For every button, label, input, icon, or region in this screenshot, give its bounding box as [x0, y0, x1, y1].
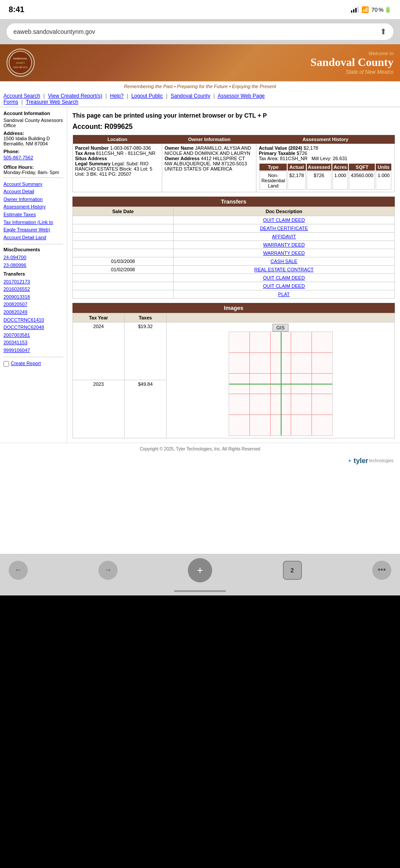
nav-assessor-web[interactable]: Assessor Web Page [218, 93, 265, 99]
taxes-2024: $19.32 [125, 322, 167, 380]
col-acres: Acres [332, 164, 348, 171]
state-name: State of New Mexico [311, 69, 393, 75]
col-units: Units [376, 164, 391, 171]
nav-forms[interactable]: Forms [3, 99, 18, 105]
gis-button[interactable]: GIS [272, 324, 289, 332]
transfer-doc-1[interactable]: DEATH CERTIFICATE [260, 226, 308, 231]
status-icons: 📶 70 % 🔋 [351, 6, 391, 13]
transfer-4[interactable]: 200820249 [3, 309, 63, 316]
new-tab-icon: + [197, 564, 203, 576]
table-row: 2024 $19.32 GIS [73, 322, 395, 380]
owner-cell: Owner Name JARAMILLO, ALYSIA AND NICOLE … [162, 144, 256, 192]
table-row: PLAT [73, 290, 395, 298]
link-assessment-history[interactable]: Assessment History [3, 203, 63, 211]
tyler-logo-area: ✦ tyler technologies [0, 455, 400, 467]
doc-desc-header: Doc Description [173, 207, 394, 216]
transfer-doc-7[interactable]: QUIT CLAIM DEED [263, 275, 305, 280]
transfer-doc-2[interactable]: AFFIDAVIT [272, 234, 296, 239]
transfer-1[interactable]: 2016026552 [3, 286, 63, 293]
tax-year-2023: 2023 [73, 380, 125, 438]
transfer-8[interactable]: 200341153 [3, 339, 63, 347]
location-cell: Parcel Number 1-003-067-080-336 Tax Area… [73, 144, 162, 192]
county-title-area: Welcome to Sandoval County State of New … [311, 51, 393, 75]
account-title: Account: R099625 [72, 123, 395, 131]
back-button[interactable]: ← [9, 561, 28, 580]
transfer-0[interactable]: 2017012173 [3, 278, 63, 286]
link-estimate-taxes[interactable]: Estimate Taxes [3, 211, 63, 219]
new-tab-button[interactable]: + [188, 558, 212, 582]
create-report-link[interactable]: Create Report [11, 360, 41, 368]
transfer-6[interactable]: DOCCTRNC62048 [3, 324, 63, 332]
sale-date-header: Sale Date [73, 207, 174, 216]
link-owner-info[interactable]: Owner Information [3, 196, 63, 204]
hours-value: Monday-Friday, 8am- 5pm [3, 170, 63, 175]
nav-treasurer-search[interactable]: Treasurer Web Search [26, 99, 79, 105]
nav-sandoval-county[interactable]: Sandoval County [170, 93, 210, 99]
url-bar[interactable]: eaweb.sandovalcountynm.gov ⬆ [7, 23, 393, 40]
row-assessed: $726 [307, 171, 331, 190]
tyler-tag: technologies [369, 458, 393, 463]
map-visualization [229, 332, 333, 436]
row-sqft: 43560.000 [349, 171, 375, 190]
row-type: Non-Residential Land [259, 171, 286, 190]
link-account-summary[interactable]: Account Summary [3, 181, 63, 188]
col-actual: Actual [288, 164, 306, 171]
nav-account-search[interactable]: Account Search [3, 93, 40, 99]
signal-icon [351, 7, 359, 13]
nav-help[interactable]: Help? [110, 93, 124, 99]
tagline-bar: Remembering the Past • Preparing for the… [0, 81, 400, 91]
transfer-9[interactable]: 9999106047 [3, 347, 63, 355]
address: 1500 Idalia Building D [3, 136, 63, 141]
phone-label: Phone: [3, 149, 63, 154]
link-account-detail-land[interactable]: Account Detail Land [3, 234, 63, 242]
row-actual: $2,178 [288, 171, 306, 190]
link-account-detail[interactable]: Account Detail [3, 188, 63, 196]
transfer-doc-6[interactable]: REAL ESTATE CONTRACT [254, 267, 314, 272]
assessment-cell: Actual Value (2024) $2,178 Primary Taxab… [256, 144, 395, 192]
table-row: AFFIDAVIT [73, 232, 395, 240]
tax-year-header: Tax Year [73, 313, 125, 322]
tabs-button[interactable]: 2 [283, 561, 302, 580]
create-report-checkbox[interactable] [3, 361, 9, 367]
tax-area-label: Tax Area [75, 151, 95, 156]
transfers-section-header: Transfers [72, 197, 395, 207]
transfer-doc-5[interactable]: CASH SALE [271, 259, 298, 264]
nav-bar: Account Search | View Created Report(s) … [0, 91, 400, 107]
browser-bottom-nav: ← → + 2 ••• [0, 554, 400, 587]
row-acres: 1.000 [332, 171, 348, 190]
misc-doc-0[interactable]: 24-094700 [3, 254, 63, 262]
map-cell: GIS [167, 322, 395, 438]
misc-doc-1[interactable]: 23-080996 [3, 262, 63, 270]
nav-view-reports[interactable]: View Created Report(s) [48, 93, 102, 99]
transfer-doc-4[interactable]: WARRANTY DEED [263, 250, 305, 256]
images-section-header: Images [72, 303, 395, 313]
transfer-7[interactable]: 2007003581 [3, 332, 63, 339]
taxes-header: Taxes [125, 313, 167, 322]
sale-date-5: 01/03/2008 [73, 257, 174, 265]
browser-bar: eaweb.sandovalcountynm.gov ⬆ [0, 19, 400, 44]
tagline-text: Remembering the Past • Preparing for the… [124, 84, 276, 89]
transfer-2[interactable]: 2009013318 [3, 293, 63, 301]
assessment-header: Assessment History [256, 135, 395, 144]
transfer-doc-9[interactable]: PLAT [278, 292, 290, 297]
link-tax-info[interactable]: Tax Information (Link to Eagle Treasurer… [3, 219, 63, 234]
phone-link[interactable]: 505-867-7562 [3, 154, 63, 162]
transfer-3[interactable]: 200820507 [3, 301, 63, 309]
table-row: WARRANTY DEED [73, 240, 395, 249]
transfer-5[interactable]: DOCCTRNC61410 [3, 316, 63, 324]
actual-value-label: Actual Value (2024) [259, 145, 302, 151]
menu-button[interactable]: ••• [372, 561, 391, 580]
transfer-doc-8[interactable]: QUIT CLAIM DEED [263, 283, 305, 289]
battery-indicator: 70 % 🔋 [371, 7, 391, 13]
situs-label: Situs Address [75, 156, 107, 161]
county-name: Sandoval County [311, 56, 393, 69]
svg-text:COUNTY: COUNTY [16, 62, 25, 64]
site-header: SANDOVAL COUNTY NEW MEXICO Welcome to Sa… [0, 44, 400, 81]
transfer-doc-3[interactable]: WARRANTY DEED [263, 242, 305, 247]
copyright-text: Copyright © 2025, Tyler Technologies, In… [140, 447, 260, 451]
share-icon[interactable]: ⬆ [380, 27, 387, 36]
nav-logout[interactable]: Logout Public [131, 93, 163, 99]
images-table: Tax Year Taxes 2024 $19.32 GIS [72, 313, 395, 438]
forward-button[interactable]: → [98, 561, 118, 580]
transfer-doc-0[interactable]: QUIT CLAIM DEED [263, 217, 305, 223]
